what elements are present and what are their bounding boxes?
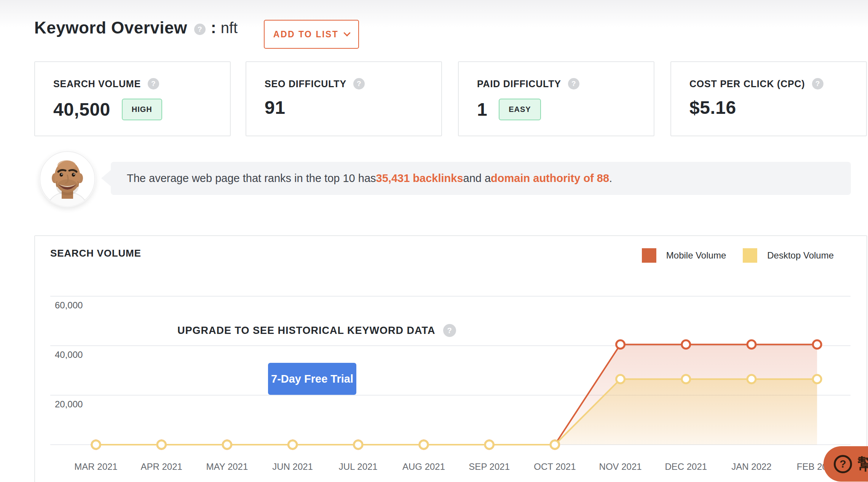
y-axis-label: 40,000 bbox=[55, 350, 83, 360]
search-volume-chart-card: SEARCH VOLUME Mobile Volume Desktop Volu… bbox=[34, 235, 867, 482]
data-point-marker bbox=[616, 375, 625, 383]
metric-help-icon[interactable]: ? bbox=[568, 78, 579, 89]
legend-label: Mobile Volume bbox=[666, 250, 726, 261]
legend-label: Desktop Volume bbox=[767, 250, 834, 261]
metric-label: SEARCH VOLUME bbox=[53, 78, 141, 89]
cpc-card: COST PER CLICK (CPC) ? $5.16 bbox=[670, 61, 867, 136]
chat-widget-label: 幫 bbox=[858, 453, 868, 475]
search-volume-card: SEARCH VOLUME ? 40,500 HIGH bbox=[34, 61, 231, 136]
metric-label-row: SEARCH VOLUME ? bbox=[53, 78, 230, 89]
data-point-marker bbox=[747, 340, 756, 349]
data-point-marker bbox=[682, 375, 690, 383]
question-mark-icon: ? bbox=[834, 455, 852, 473]
status-badge: HIGH bbox=[122, 99, 162, 120]
message-text: . bbox=[609, 172, 612, 185]
x-axis-label: NOV 2021 bbox=[599, 461, 642, 472]
x-axis-label: JUN 2021 bbox=[272, 461, 313, 472]
paid-difficulty-card: PAID DIFFICULTY ? 1 EASY bbox=[458, 61, 654, 136]
title-help-icon[interactable]: ? bbox=[194, 24, 206, 35]
page-title: Keyword Overview bbox=[34, 18, 187, 37]
x-axis-label: OCT 2021 bbox=[534, 461, 576, 472]
add-to-list-label: ADD TO LIST bbox=[273, 29, 338, 40]
assistant-message: The average web page that ranks in the t… bbox=[111, 162, 851, 195]
metric-label: PAID DIFFICULTY bbox=[477, 78, 561, 89]
metric-value: 40,500 bbox=[53, 101, 110, 119]
x-axis-label: JAN 2022 bbox=[731, 461, 771, 472]
metric-help-icon[interactable]: ? bbox=[148, 78, 159, 89]
data-point-marker bbox=[550, 441, 559, 449]
metric-help-icon[interactable]: ? bbox=[353, 78, 365, 89]
data-point-marker bbox=[354, 441, 362, 449]
message-text: and a bbox=[463, 172, 491, 185]
legend-item-desktop[interactable]: Desktop Volume bbox=[743, 248, 834, 263]
speech-bubble-pointer bbox=[101, 170, 111, 187]
title-separator: : bbox=[211, 19, 216, 37]
data-point-marker bbox=[616, 340, 625, 349]
x-axis-label: MAR 2021 bbox=[74, 461, 117, 472]
data-point-marker bbox=[420, 441, 428, 449]
metric-label-row: SEO DIFFICULTY ? bbox=[265, 78, 441, 89]
metric-value-row: 1 EASY bbox=[477, 99, 654, 120]
desktop-legend-swatch bbox=[743, 248, 757, 263]
avatar-illustration bbox=[39, 151, 96, 207]
metric-value: 91 bbox=[265, 99, 285, 117]
metric-label-row: PAID DIFFICULTY ? bbox=[477, 78, 654, 89]
chevron-down-icon bbox=[344, 29, 351, 36]
data-point-marker bbox=[289, 441, 297, 449]
chart-legend: Mobile Volume Desktop Volume bbox=[642, 248, 834, 263]
chart-title: SEARCH VOLUME bbox=[50, 247, 141, 259]
data-point-marker bbox=[223, 441, 231, 449]
metric-label: COST PER CLICK (CPC) bbox=[689, 78, 805, 89]
metric-value-row: 91 bbox=[265, 99, 441, 117]
x-axis-label: MAY 2021 bbox=[206, 461, 248, 472]
keyword-overview-page: Keyword Overview ? : nft ADD TO LIST SEA… bbox=[0, 0, 868, 482]
metric-value: 1 bbox=[477, 101, 487, 119]
desktop-volume-area bbox=[96, 379, 817, 445]
legend-item-mobile[interactable]: Mobile Volume bbox=[642, 248, 726, 263]
x-axis-label: AUG 2021 bbox=[402, 461, 445, 472]
avatar bbox=[39, 151, 96, 207]
x-axis-label: APR 2021 bbox=[140, 461, 182, 472]
metric-value-row: 40,500 HIGH bbox=[53, 99, 230, 120]
domain-authority-highlight: domain authority of 88 bbox=[491, 172, 609, 185]
add-to-list-button[interactable]: ADD TO LIST bbox=[264, 20, 359, 49]
data-point-marker bbox=[682, 340, 690, 349]
data-point-marker bbox=[485, 441, 493, 449]
metric-help-icon[interactable]: ? bbox=[812, 78, 823, 89]
data-point-marker bbox=[813, 375, 821, 383]
data-point-marker bbox=[157, 441, 166, 449]
x-axis-label: DEC 2021 bbox=[665, 461, 707, 472]
header: Keyword Overview ? : nft bbox=[34, 18, 238, 37]
backlinks-highlight: 35,431 backlinks bbox=[376, 172, 463, 185]
keyword-value: nft bbox=[221, 19, 238, 37]
metric-value: $5.16 bbox=[689, 99, 736, 117]
x-axis-label: SEP 2021 bbox=[469, 461, 510, 472]
status-badge: EASY bbox=[499, 99, 541, 120]
search-volume-chart bbox=[50, 286, 850, 458]
data-point-marker bbox=[92, 441, 100, 449]
metric-label: SEO DIFFICULTY bbox=[265, 78, 346, 89]
data-point-marker bbox=[747, 375, 756, 383]
y-axis-label: 60,000 bbox=[55, 300, 83, 311]
help-chat-widget[interactable]: ? 幫 bbox=[823, 446, 868, 482]
x-axis-label: JUL 2021 bbox=[339, 461, 378, 472]
data-point-marker bbox=[813, 340, 821, 349]
metric-value-row: $5.16 bbox=[689, 99, 866, 117]
y-axis-label: 20,000 bbox=[55, 399, 83, 410]
metric-label-row: COST PER CLICK (CPC) ? bbox=[689, 78, 866, 89]
mobile-legend-swatch bbox=[642, 248, 656, 263]
message-text: The average web page that ranks in the t… bbox=[127, 172, 376, 185]
seo-difficulty-card: SEO DIFFICULTY ? 91 bbox=[246, 61, 442, 136]
